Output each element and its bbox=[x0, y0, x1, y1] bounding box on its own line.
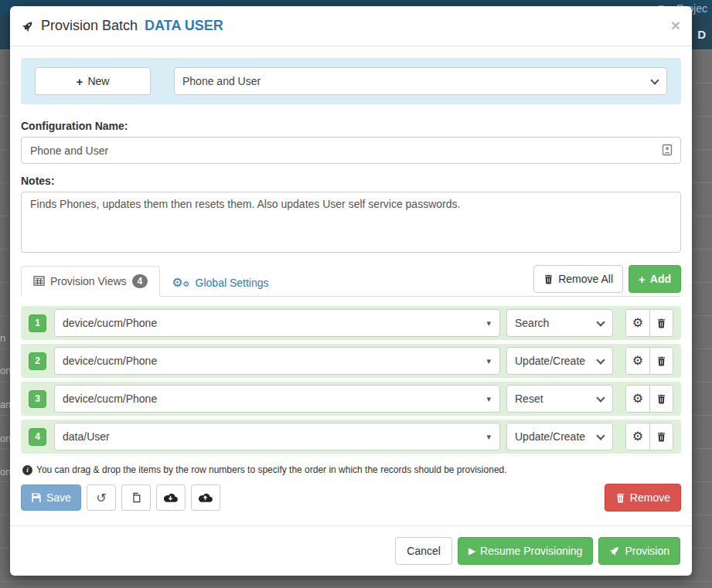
row-action-select[interactable]: Reset bbox=[506, 385, 613, 413]
clone-button[interactable] bbox=[121, 484, 151, 511]
row-delete-button[interactable] bbox=[649, 310, 673, 336]
tab-global-settings[interactable]: ⚙⚙ Global Settings bbox=[160, 269, 280, 297]
config-name-input[interactable] bbox=[21, 137, 681, 164]
row-view-select[interactable]: device/cucm/Phone ▾ bbox=[54, 347, 500, 375]
row-action-select[interactable]: Update/Create bbox=[506, 347, 613, 375]
row-view-select[interactable]: device/cucm/Phone ▾ bbox=[54, 385, 500, 413]
import-button[interactable] bbox=[191, 484, 220, 511]
export-button[interactable] bbox=[156, 484, 186, 511]
trash-icon bbox=[656, 432, 666, 442]
remove-button[interactable]: Remove bbox=[605, 484, 681, 512]
caret-down-icon: ▾ bbox=[486, 356, 491, 366]
background-text-fragment: D bbox=[697, 28, 706, 41]
row-number-drag-handle[interactable]: 3 bbox=[29, 390, 46, 408]
play-icon: ▶ bbox=[468, 546, 475, 556]
row-view-select-value: data/User bbox=[63, 430, 110, 443]
trash-icon bbox=[656, 318, 666, 328]
tabs-actions: Remove All + Add bbox=[533, 265, 681, 296]
row-button-group: ⚙ bbox=[625, 309, 673, 337]
row-number-drag-handle[interactable]: 4 bbox=[29, 428, 46, 446]
rocket-icon bbox=[22, 20, 34, 32]
new-button[interactable]: + New bbox=[35, 67, 151, 95]
gear-icon: ⚙ bbox=[632, 317, 643, 329]
undo-icon: ↺ bbox=[96, 491, 106, 505]
row-button-group: ⚙ bbox=[625, 423, 673, 450]
background-text-fragment: on bbox=[0, 365, 10, 376]
config-name-wrap bbox=[21, 137, 681, 164]
row-delete-button[interactable] bbox=[649, 386, 673, 412]
config-name-label: Configuration Name: bbox=[21, 120, 681, 132]
tab-provision-views[interactable]: Provision Views 4 bbox=[21, 266, 160, 297]
modal-header: Provision Batch DATA USER × bbox=[10, 6, 692, 46]
table-icon bbox=[33, 275, 45, 287]
provision-row: 3 device/cucm/Phone ▾ Reset ⚙ bbox=[21, 382, 681, 416]
autofill-contact-icon[interactable] bbox=[661, 144, 673, 156]
row-delete-button[interactable] bbox=[649, 423, 673, 450]
provision-row: 4 data/User ▾ Update/Create ⚙ bbox=[21, 420, 681, 454]
chevron-down-icon bbox=[650, 76, 659, 84]
save-toolbar: Save ↺ Remove bbox=[21, 484, 681, 525]
background-text-fragment: am bbox=[0, 399, 10, 410]
row-action-select-value: Update/Create bbox=[515, 355, 585, 367]
remove-button-label: Remove bbox=[630, 491, 670, 504]
modal-title-text: Provision Batch bbox=[41, 18, 138, 34]
row-action-select[interactable]: Update/Create bbox=[506, 423, 613, 450]
row-delete-button[interactable] bbox=[649, 348, 673, 374]
batch-config-select-value: Phone and User bbox=[182, 75, 261, 87]
row-settings-button[interactable]: ⚙ bbox=[626, 310, 649, 336]
row-settings-button[interactable]: ⚙ bbox=[626, 423, 649, 450]
chevron-down-icon bbox=[596, 393, 605, 402]
background-text-fragment: on bbox=[0, 466, 10, 478]
row-view-select-value: device/cucm/Phone bbox=[63, 393, 157, 405]
drag-drop-hint-text: You can drag & drop the items by the row… bbox=[36, 464, 507, 475]
provision-button[interactable]: Provision bbox=[598, 537, 680, 565]
cloud-download-icon bbox=[163, 492, 178, 503]
row-view-select-value: device/cucm/Phone bbox=[63, 317, 157, 329]
resume-provisioning-button[interactable]: ▶ Resume Provisioning bbox=[458, 537, 594, 565]
row-view-select[interactable]: device/cucm/Phone ▾ bbox=[54, 309, 500, 337]
row-number-drag-handle[interactable]: 1 bbox=[29, 314, 46, 332]
trash-icon bbox=[543, 274, 554, 284]
row-view-select[interactable]: data/User ▾ bbox=[54, 423, 500, 450]
row-view-select-value: device/cucm/Phone bbox=[63, 355, 157, 367]
caret-down-icon: ▾ bbox=[486, 394, 491, 404]
provision-row: 1 device/cucm/Phone ▾ Search ⚙ bbox=[21, 306, 681, 340]
row-button-group: ⚙ bbox=[625, 385, 673, 413]
resume-provisioning-label: Resume Provisioning bbox=[480, 545, 582, 557]
close-button[interactable]: × bbox=[671, 17, 680, 33]
modal-body: + New Phone and User Configuration Name:… bbox=[10, 46, 692, 525]
copy-icon bbox=[131, 492, 141, 503]
modal-title: Provision Batch DATA USER bbox=[22, 18, 680, 34]
chevron-down-icon bbox=[596, 431, 605, 440]
row-settings-button[interactable]: ⚙ bbox=[626, 386, 649, 412]
row-button-group: ⚙ bbox=[625, 347, 673, 375]
tab-provision-views-label: Provision Views bbox=[50, 275, 127, 287]
cancel-button[interactable]: Cancel bbox=[395, 537, 452, 565]
batch-config-select[interactable]: Phone and User bbox=[174, 67, 667, 95]
provision-label: Provision bbox=[625, 545, 669, 557]
gears-icon: ⚙⚙ bbox=[172, 277, 189, 289]
caret-down-icon: ▾ bbox=[486, 318, 491, 328]
gear-icon: ⚙ bbox=[632, 355, 643, 367]
row-action-select[interactable]: Search bbox=[506, 309, 613, 337]
save-button-label: Save bbox=[46, 491, 71, 504]
rocket-icon bbox=[609, 546, 620, 556]
undo-button[interactable]: ↺ bbox=[87, 484, 116, 511]
new-button-label: New bbox=[87, 75, 109, 87]
provision-rows-list: 1 device/cucm/Phone ▾ Search ⚙ bbox=[21, 306, 681, 454]
gear-icon: ⚙ bbox=[632, 430, 643, 443]
remove-all-label: Remove All bbox=[558, 273, 613, 285]
background-text-fragment: n bbox=[0, 332, 10, 344]
trash-icon bbox=[656, 356, 666, 366]
modal-footer: Cancel ▶ Resume Provisioning Provision bbox=[10, 525, 692, 576]
add-button[interactable]: + Add bbox=[629, 265, 681, 293]
row-number-drag-handle[interactable]: 2 bbox=[29, 352, 46, 370]
notes-textarea[interactable]: Finds Phones, updates them then resets t… bbox=[21, 192, 681, 253]
provision-views-count-badge: 4 bbox=[132, 274, 148, 288]
save-button[interactable]: Save bbox=[21, 484, 81, 511]
floppy-save-icon bbox=[31, 492, 42, 503]
chevron-down-icon bbox=[596, 318, 605, 326]
plus-icon: + bbox=[77, 75, 83, 88]
remove-all-button[interactable]: Remove All bbox=[533, 265, 623, 293]
row-settings-button[interactable]: ⚙ bbox=[626, 348, 649, 374]
